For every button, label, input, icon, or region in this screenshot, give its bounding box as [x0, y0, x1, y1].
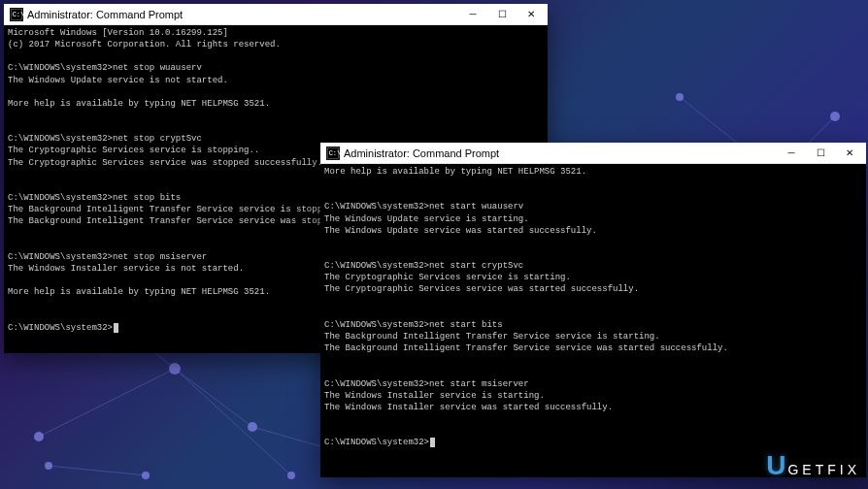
terminal-line [324, 189, 862, 201]
terminal-line: The Windows Installer service was starte… [324, 402, 862, 413]
terminal-line [8, 121, 544, 133]
watermark-letter: U [766, 450, 785, 481]
window-title: Administrator: Command Prompt [344, 147, 777, 159]
close-button[interactable] [835, 143, 864, 164]
svg-line-2 [175, 369, 252, 427]
terminal-line [324, 425, 862, 437]
maximize-button[interactable] [806, 143, 835, 164]
terminal-line [324, 178, 862, 189]
cmd-icon: C:\ [326, 147, 340, 160]
cursor [430, 438, 435, 447]
terminal-line: The Cryptographic Services service was s… [324, 283, 862, 295]
terminal-output[interactable]: More help is available by typing NET HEL… [320, 164, 866, 477]
cursor [114, 323, 118, 333]
titlebar[interactable]: C:\ Administrator: Command Prompt [320, 143, 866, 164]
cmd-window-start[interactable]: C:\ Administrator: Command Prompt More h… [320, 143, 866, 477]
terminal-line [8, 50, 544, 62]
terminal-line [324, 308, 862, 319]
terminal-line [324, 237, 862, 248]
svg-line-7 [49, 466, 146, 475]
terminal-line: The Background Intelligent Transfer Serv… [324, 331, 862, 342]
svg-point-17 [830, 112, 840, 121]
window-title: Administrator: Command Prompt [27, 9, 458, 20]
terminal-line: C:\WINDOWS\system32>net start wuauserv [324, 201, 862, 212]
terminal-line: C:\WINDOWS\system32> [324, 437, 862, 448]
window-controls [458, 4, 546, 25]
window-controls [777, 143, 864, 164]
terminal-line [324, 248, 862, 260]
close-button[interactable] [517, 4, 546, 25]
terminal-line: The Windows Update service is starting. [324, 213, 862, 225]
terminal-line: C:\WINDOWS\system32>net start msiserver [324, 378, 862, 390]
terminal-line: More help is available by typing NET HEL… [8, 98, 544, 110]
terminal-line [324, 296, 862, 308]
terminal-line: The Windows Update service was started s… [324, 225, 862, 237]
cmd-icon: C:\ [10, 8, 23, 21]
svg-point-15 [676, 93, 684, 101]
watermark-text: GETFIX [787, 462, 860, 477]
terminal-line: C:\WINDOWS\system32>net stop wuauserv [8, 62, 544, 74]
watermark: U GETFIX [766, 450, 860, 481]
maximize-button[interactable] [487, 4, 517, 25]
svg-line-8 [175, 369, 291, 475]
terminal-line [324, 366, 862, 377]
terminal-line: More help is available by typing NET HEL… [324, 166, 862, 178]
terminal-line: The Cryptographic Services service is st… [324, 272, 862, 283]
svg-text:C:\: C:\ [13, 10, 23, 17]
svg-line-0 [39, 369, 175, 437]
terminal-line: The Windows Update service is not starte… [8, 75, 544, 86]
titlebar[interactable]: C:\ Administrator: Command Prompt [4, 4, 548, 25]
svg-point-20 [287, 472, 295, 479]
terminal-line [8, 86, 544, 98]
terminal-line: C:\WINDOWS\system32>net start bits [324, 319, 862, 331]
terminal-line: (c) 2017 Microsoft Corporation. All righ… [8, 39, 544, 50]
svg-point-12 [248, 422, 257, 432]
svg-point-10 [169, 363, 181, 375]
terminal-line: Microsoft Windows [Version 10.0.16299.12… [8, 27, 544, 39]
svg-point-18 [45, 462, 52, 470]
terminal-line [324, 354, 862, 366]
svg-point-19 [142, 472, 150, 479]
svg-text:C:\: C:\ [329, 148, 340, 156]
minimize-button[interactable] [458, 4, 487, 25]
terminal-line: The Windows Installer service is startin… [324, 390, 862, 402]
minimize-button[interactable] [777, 143, 806, 164]
terminal-line: The Background Intelligent Transfer Serv… [324, 342, 862, 354]
terminal-line: C:\WINDOWS\system32>net start cryptSvc [324, 260, 862, 272]
terminal-line [324, 413, 862, 425]
svg-point-9 [34, 432, 44, 441]
terminal-line [8, 110, 544, 121]
